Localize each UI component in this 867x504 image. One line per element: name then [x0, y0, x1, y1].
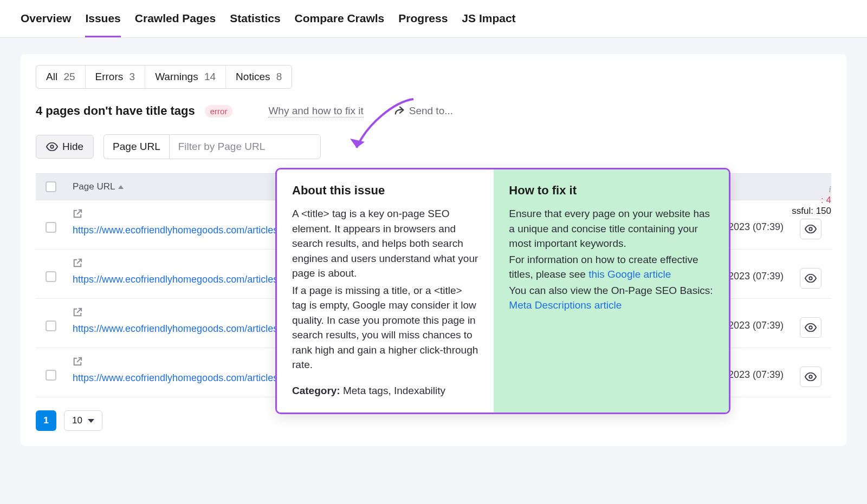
filter-notices-label: Notices [236, 71, 270, 82]
popover-about: About this issue A <title> tag is a key … [277, 169, 494, 413]
tab-overview[interactable]: Overview [21, 0, 71, 37]
google-article-link[interactable]: this Google article [588, 269, 671, 280]
filter-errors[interactable]: Errors 3 [86, 66, 146, 88]
share-arrow-icon [394, 106, 406, 116]
eye-icon [805, 225, 817, 233]
pageurl-filter-input[interactable] [169, 134, 321, 159]
fix-paragraph-2: For information on how to create effecti… [509, 252, 714, 282]
filter-pills: All 25 Errors 3 Warnings 14 Notices 8 [36, 65, 292, 89]
send-to-button[interactable]: Send to... [394, 105, 453, 117]
success-count: ssful: 150 [792, 206, 831, 216]
about-paragraph-2: If a page is missing a title, or a <titl… [292, 283, 478, 372]
heading-row: 4 pages don't have title tags error Why … [36, 104, 831, 118]
column-page-url[interactable]: Page URL [73, 181, 124, 192]
fix-p3-text: You can also view the On-Page SEO Basics… [509, 285, 713, 296]
filter-errors-label: Errors [95, 71, 124, 82]
meta-descriptions-link[interactable]: Meta Descriptions article [509, 299, 622, 311]
category-value: Meta tags, Indexability [340, 385, 445, 396]
tab-statistics[interactable]: Statistics [230, 0, 280, 37]
svg-point-0 [50, 145, 54, 148]
view-button[interactable] [800, 219, 821, 239]
filter-all[interactable]: All 25 [36, 66, 86, 88]
column-page-url-label: Page URL [73, 181, 115, 192]
filter-notices[interactable]: Notices 8 [226, 66, 292, 88]
svg-point-4 [809, 375, 812, 378]
hide-button[interactable]: Hide [36, 135, 94, 159]
view-button[interactable] [800, 268, 821, 289]
row-checkbox[interactable] [46, 320, 56, 331]
popover-fix: How to fix it Ensure that every page on … [494, 169, 729, 413]
tab-js-impact[interactable]: JS Impact [462, 0, 515, 37]
about-title: About this issue [292, 184, 478, 198]
why-how-fix-link[interactable]: Why and how to fix it [268, 105, 363, 117]
tab-issues[interactable]: Issues [85, 0, 120, 37]
sort-ascending-icon [118, 185, 124, 189]
main-panel: All 25 Errors 3 Warnings 14 Notices 8 4 … [21, 54, 846, 446]
filter-warnings[interactable]: Warnings 14 [145, 66, 226, 88]
http-stats: i : 4 ssful: 150 [792, 184, 831, 217]
eye-icon [46, 142, 58, 151]
page-size-value: 10 [72, 415, 82, 426]
error-badge: error [205, 105, 233, 117]
tab-progress[interactable]: Progress [398, 0, 448, 37]
row-checkbox[interactable] [46, 222, 56, 233]
fix-title: How to fix it [509, 184, 714, 198]
filter-all-count: 25 [63, 71, 75, 82]
svg-point-2 [809, 277, 812, 280]
category-line: Category: Meta tags, Indexability [292, 383, 478, 398]
top-tabs: Overview Issues Crawled Pages Statistics… [0, 0, 867, 38]
filter-all-label: All [46, 71, 57, 82]
fix-paragraph-3: You can also view the On-Page SEO Basics… [509, 283, 714, 313]
svg-point-1 [809, 227, 812, 231]
tab-crawled-pages[interactable]: Crawled Pages [135, 0, 216, 37]
row-checkbox[interactable] [46, 370, 56, 381]
filter-notices-count: 8 [276, 71, 282, 82]
filter-errors-count: 3 [130, 71, 135, 82]
eye-icon [805, 372, 817, 381]
fix-paragraph-1: Ensure that every page on your website h… [509, 206, 714, 251]
send-to-label: Send to... [409, 105, 453, 117]
eye-icon [805, 323, 817, 332]
eye-icon [805, 274, 817, 283]
tab-compare-crawls[interactable]: Compare Crawls [295, 0, 385, 37]
fix-popover: About this issue A <title> tag is a key … [275, 168, 730, 414]
view-button[interactable] [800, 317, 821, 338]
select-all-checkbox[interactable] [46, 181, 56, 192]
about-paragraph-1: A <title> tag is a key on-page SEO eleme… [292, 206, 478, 281]
chevron-down-icon [88, 419, 94, 423]
controls-row: Hide Page URL [36, 134, 831, 159]
pageurl-field-label: Page URL [103, 134, 169, 159]
svg-point-3 [809, 326, 812, 329]
page-title: 4 pages don't have title tags [36, 104, 195, 118]
broken-count: : 4 [821, 195, 831, 205]
filter-warnings-count: 14 [204, 71, 216, 82]
category-label: Category: [292, 385, 340, 396]
info-icon: i [829, 184, 831, 195]
filter-warnings-label: Warnings [155, 71, 198, 82]
page-size-select[interactable]: 10 [64, 410, 102, 431]
view-button[interactable] [800, 366, 821, 387]
row-checkbox[interactable] [46, 271, 56, 282]
hide-label: Hide [62, 141, 83, 153]
page-1-button[interactable]: 1 [36, 410, 56, 431]
